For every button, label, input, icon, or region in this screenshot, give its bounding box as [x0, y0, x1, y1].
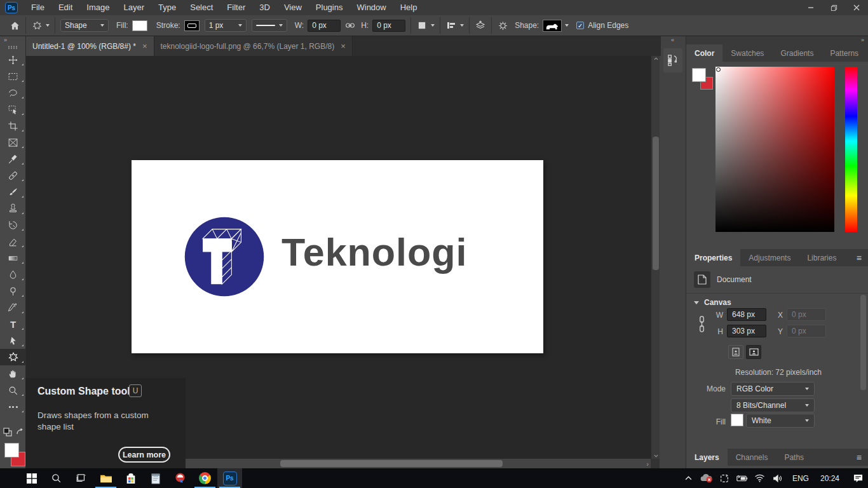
vertical-scroll-thumb[interactable] — [653, 137, 659, 270]
scroll-right-icon[interactable]: › — [646, 460, 649, 468]
close-tab-icon[interactable]: × — [341, 41, 346, 51]
menu-layer[interactable]: Layer — [117, 0, 152, 15]
foreground-color-swatch[interactable] — [4, 443, 19, 458]
eraser-tool[interactable] — [0, 233, 26, 250]
canvas-section-header[interactable]: Canvas — [694, 298, 731, 307]
gradient-tool[interactable] — [0, 250, 26, 266]
action-center-icon[interactable] — [850, 468, 865, 488]
notepad-icon[interactable] — [143, 468, 168, 488]
custom-shape-tool-preset-icon[interactable] — [31, 20, 43, 31]
onedrive-error-icon[interactable] — [699, 468, 714, 488]
panel-menu-icon[interactable]: ≡ — [850, 449, 868, 466]
bit-depth-select[interactable]: 8 Bits/Channel — [731, 398, 815, 412]
color-mode-select[interactable]: RGB Color — [731, 382, 815, 396]
path-selection-tool[interactable] — [0, 332, 26, 349]
scroll-up-icon[interactable] — [654, 57, 658, 60]
lasso-tool[interactable] — [0, 85, 26, 101]
path-alignment-icon[interactable] — [445, 20, 457, 31]
shape-height-input[interactable]: 0 px — [372, 20, 405, 32]
canvas-fill-swatch[interactable] — [731, 414, 743, 426]
vertical-scrollbar[interactable] — [651, 56, 660, 459]
foreground-color-swatch-small[interactable] — [692, 68, 706, 82]
toolbar-grip[interactable] — [8, 46, 18, 49]
photoshop-taskbar-icon[interactable]: Ps — [217, 468, 242, 488]
taskbar-search-icon[interactable] — [44, 468, 69, 488]
chevron-down-icon[interactable] — [431, 24, 435, 27]
tab-channels[interactable]: Channels — [728, 449, 776, 466]
move-tool[interactable] — [0, 51, 26, 68]
type-tool[interactable]: T — [0, 316, 26, 332]
battery-icon[interactable] — [735, 468, 750, 488]
document-canvas[interactable]: Teknologi — [132, 160, 543, 353]
path-operations-icon[interactable] — [416, 20, 428, 31]
chevron-down-icon[interactable] — [46, 24, 50, 27]
tab-properties[interactable]: Properties — [686, 249, 740, 266]
clone-stamp-tool[interactable] — [0, 200, 26, 217]
microsoft-store-icon[interactable] — [118, 468, 143, 488]
tray-expand-icon[interactable] — [681, 468, 696, 488]
tab-paths[interactable]: Paths — [776, 449, 812, 466]
tab-libraries[interactable]: Libraries — [799, 249, 844, 266]
start-button[interactable] — [19, 468, 44, 488]
file-explorer-icon[interactable] — [93, 468, 118, 488]
menu-3d[interactable]: 3D — [252, 0, 277, 15]
orientation-landscape-button[interactable] — [746, 345, 761, 359]
dodge-tool[interactable] — [0, 283, 26, 299]
collapse-dock-icon[interactable]: « — [660, 36, 686, 44]
collapse-toolbar-icon[interactable]: » — [0, 36, 25, 44]
path-arrangement-icon[interactable] — [475, 20, 486, 31]
hue-slider[interactable] — [845, 67, 857, 232]
menu-view[interactable]: View — [277, 0, 309, 15]
orientation-portrait-button[interactable] — [728, 345, 743, 359]
menu-help[interactable]: Help — [393, 0, 424, 15]
learn-more-button[interactable]: Learn more — [118, 447, 170, 463]
chrome-icon[interactable] — [193, 468, 217, 488]
stroke-style-select[interactable] — [252, 19, 287, 32]
tab-swatches[interactable]: Swatches — [722, 44, 772, 62]
volume-icon[interactable] — [770, 468, 785, 488]
document-tab-teknologi-logo[interactable]: teknologiid-logo-full.png @ 66,7% (Layer… — [154, 36, 353, 56]
canvas-height-input[interactable]: 303 px — [727, 325, 766, 337]
menu-file[interactable]: File — [24, 0, 51, 15]
saturation-brightness-field[interactable] — [715, 67, 834, 232]
chevron-down-icon[interactable] — [565, 24, 569, 27]
tab-patterns[interactable]: Patterns — [822, 44, 867, 62]
hand-tool[interactable] — [0, 365, 26, 382]
link-dimensions-icon[interactable] — [344, 20, 356, 31]
menu-filter[interactable]: Filter — [220, 0, 252, 15]
rectangular-marquee-tool[interactable] — [0, 68, 26, 85]
shape-width-input[interactable]: 0 px — [308, 20, 341, 32]
zoom-tool[interactable] — [0, 382, 26, 398]
blur-tool[interactable] — [0, 266, 26, 283]
menu-window[interactable]: Window — [349, 0, 393, 15]
document-tab-untitled[interactable]: Untitled-1 @ 100% (RGB/8#) * × — [26, 36, 154, 56]
tab-layers[interactable]: Layers — [686, 449, 728, 466]
close-tab-icon[interactable]: × — [142, 41, 147, 51]
panel-menu-icon[interactable]: ≡ — [850, 249, 868, 266]
tool-mode-select[interactable]: Shape — [60, 19, 109, 32]
menu-select[interactable]: Select — [183, 0, 220, 15]
tablet-mode-icon[interactable] — [717, 468, 732, 488]
stroke-width-select[interactable]: 1 px — [205, 19, 247, 32]
pen-tool[interactable] — [0, 299, 26, 316]
custom-shape-tool[interactable] — [0, 349, 26, 365]
clock[interactable]: 20:24 — [816, 474, 844, 483]
eyedropper-tool[interactable] — [0, 151, 26, 167]
chevron-down-icon[interactable] — [460, 24, 464, 27]
canvas-x-input[interactable]: 0 px — [787, 308, 826, 321]
properties-scroll-thumb[interactable] — [860, 295, 866, 390]
fill-swatch[interactable] — [132, 20, 147, 31]
default-colors-icon[interactable] — [3, 428, 12, 437]
shape-preset-preview[interactable] — [543, 20, 562, 32]
brush-tool[interactable] — [0, 184, 26, 200]
task-view-icon[interactable] — [69, 468, 93, 488]
stroke-swatch[interactable] — [184, 20, 200, 31]
canvas-fill-select[interactable]: White — [746, 414, 815, 428]
link-wh-icon[interactable] — [698, 316, 706, 332]
object-selection-tool[interactable] — [0, 101, 26, 118]
menu-edit[interactable]: Edit — [51, 0, 79, 15]
language-indicator[interactable]: ENG — [788, 474, 813, 483]
frame-tool[interactable] — [0, 134, 26, 151]
swap-colors-icon[interactable] — [15, 428, 24, 437]
tab-adjustments[interactable]: Adjustments — [740, 249, 799, 266]
